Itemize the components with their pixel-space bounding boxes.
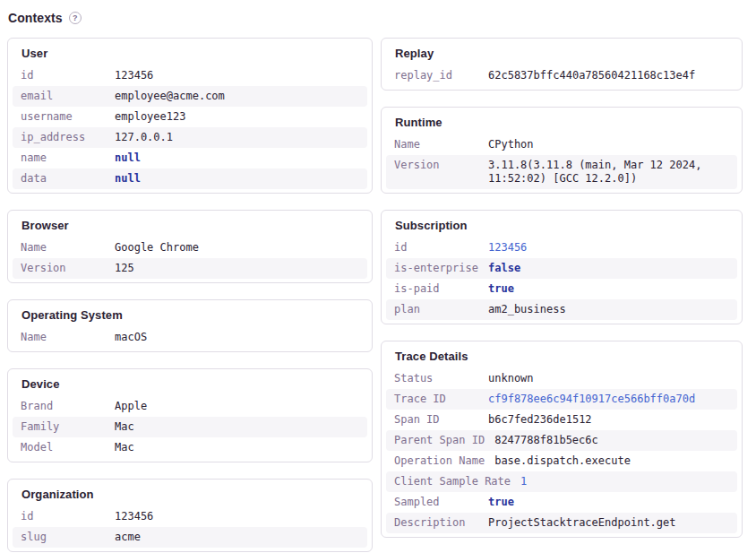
row-value: employee123 <box>115 110 359 124</box>
page-header: Contexts ? <box>7 11 743 25</box>
row-value: Mac <box>115 420 359 434</box>
card-title: Subscription <box>395 219 728 232</box>
row-key: Name <box>394 138 488 151</box>
row-value: true <box>488 282 729 296</box>
context-row: NamemacOS <box>13 327 367 348</box>
row-value: 123456 <box>488 241 729 255</box>
card-title: Operating System <box>21 308 358 322</box>
context-row: Version3.11.8(3.11.8 (main, Mar 12 2024,… <box>386 155 737 189</box>
row-key: id <box>21 69 115 82</box>
row-value: true <box>488 496 729 509</box>
row-value: am2_business <box>488 303 729 316</box>
row-key: Name <box>21 241 115 255</box>
context-row: emailemployee@acme.com <box>13 86 367 107</box>
row-value: 123456 <box>115 510 359 523</box>
context-card-subscription: Subscriptionid123456is-enterprisefalseis… <box>381 210 743 324</box>
row-key: Span ID <box>394 413 488 427</box>
context-card-browser: BrowserNameGoogle ChromeVersion125 <box>7 210 373 283</box>
context-row: Parent Span ID8247788f81b5ec6c <box>386 430 737 451</box>
row-value: 8247788f81b5ec6c <box>494 434 729 447</box>
context-row: Sampledtrue <box>386 492 737 513</box>
context-row: Span IDb6c7fed236de1512 <box>386 410 737 430</box>
row-key: username <box>21 110 115 124</box>
card-title: User <box>21 47 358 60</box>
row-key: Model <box>21 441 115 454</box>
context-row: ModelMac <box>13 437 367 458</box>
row-value: Apple <box>115 400 359 413</box>
row-value: macOS <box>115 331 359 344</box>
row-value: false <box>488 262 729 275</box>
row-key: Name <box>21 331 115 344</box>
row-value: 127.0.0.1 <box>115 131 359 144</box>
context-row: slugacme <box>13 527 367 548</box>
card-title: Organization <box>21 488 358 501</box>
context-row: is-paidtrue <box>386 279 737 299</box>
row-value: base.dispatch.execute <box>494 454 729 468</box>
context-card-trace-details: Trace DetailsStatusunknownTrace IDcf9f87… <box>381 341 743 538</box>
context-row: NameCPython <box>386 134 737 155</box>
context-row: id123456 <box>13 506 367 527</box>
context-card-replay: Replayreplay_id62c5837bffc440a7856042116… <box>381 38 743 91</box>
row-key: Brand <box>21 400 115 413</box>
context-card-device: DeviceBrandAppleFamilyMacModelMac <box>7 368 373 462</box>
page-title: Contexts <box>8 11 63 25</box>
context-row: NameGoogle Chrome <box>13 238 367 258</box>
card-title: Runtime <box>395 116 728 129</box>
row-key: Sampled <box>394 496 488 509</box>
context-row: Trace IDcf9f878ee6c94f10917ce566bff0a70d <box>386 389 737 410</box>
row-key: ip_address <box>21 131 115 144</box>
row-key: Family <box>21 420 115 434</box>
left-column: Userid123456emailemployee@acme.comuserna… <box>7 38 373 553</box>
row-value: 3.11.8(3.11.8 (main, Mar 12 2024, 11:52:… <box>488 159 729 186</box>
row-value: Google Chrome <box>115 241 359 255</box>
row-key: name <box>21 151 115 165</box>
row-key: Client Sample Rate <box>394 475 520 488</box>
context-card-operating-system: Operating SystemNamemacOS <box>7 299 373 352</box>
context-row: id123456 <box>13 65 367 86</box>
row-value: ProjectStacktraceEndpoint.get <box>488 516 729 530</box>
row-key: id <box>21 510 115 523</box>
row-value: acme <box>115 531 359 544</box>
row-value: null <box>115 151 359 165</box>
row-key: replay_id <box>394 69 488 82</box>
context-row: usernameemployee123 <box>13 107 367 127</box>
row-value: null <box>115 172 359 186</box>
row-key: Parent Span ID <box>394 434 494 447</box>
row-value: 1 <box>520 475 729 488</box>
row-key: email <box>21 90 115 103</box>
row-key: is-enterprise <box>394 262 488 275</box>
context-card-runtime: RuntimeNameCPythonVersion3.11.8(3.11.8 (… <box>381 107 743 194</box>
help-icon[interactable]: ? <box>69 12 82 24</box>
row-value: employee@acme.com <box>115 90 359 103</box>
row-key: is-paid <box>394 282 488 296</box>
row-value: 62c5837bffc440a78560421168c13e4f <box>488 69 729 82</box>
context-row: planam2_business <box>386 299 737 320</box>
row-value: CPython <box>488 138 729 151</box>
row-value: b6c7fed236de1512 <box>488 413 729 427</box>
row-key: slug <box>21 531 115 544</box>
row-value: unknown <box>488 372 729 385</box>
context-columns: Userid123456emailemployee@acme.comuserna… <box>7 38 743 553</box>
row-key: plan <box>394 303 488 316</box>
row-key: data <box>21 172 115 186</box>
card-title: Trace Details <box>395 350 728 363</box>
row-value: Mac <box>115 441 359 454</box>
context-row: replay_id62c5837bffc440a78560421168c13e4… <box>386 65 737 86</box>
context-row: Operation Namebase.dispatch.execute <box>386 451 737 471</box>
row-value: 125 <box>115 262 359 275</box>
context-card-user: Userid123456emailemployee@acme.comuserna… <box>7 38 373 194</box>
row-key: Description <box>394 516 488 530</box>
context-row: Statusunknown <box>386 368 737 389</box>
contexts-page: Contexts ? Userid123456emailemployee@acm… <box>0 0 756 553</box>
context-row: namenull <box>13 148 367 168</box>
row-value-link[interactable]: cf9f878ee6c94f10917ce566bff0a70d <box>488 393 729 406</box>
context-row: ip_address127.0.0.1 <box>13 127 367 148</box>
context-row: BrandApple <box>13 396 367 417</box>
row-key: Trace ID <box>394 393 488 406</box>
context-row: DescriptionProjectStacktraceEndpoint.get <box>386 513 737 533</box>
context-row: datanull <box>13 168 367 189</box>
context-row: Client Sample Rate1 <box>386 471 737 492</box>
row-value: 123456 <box>115 69 359 82</box>
card-title: Browser <box>21 219 358 232</box>
card-title: Device <box>21 377 358 391</box>
